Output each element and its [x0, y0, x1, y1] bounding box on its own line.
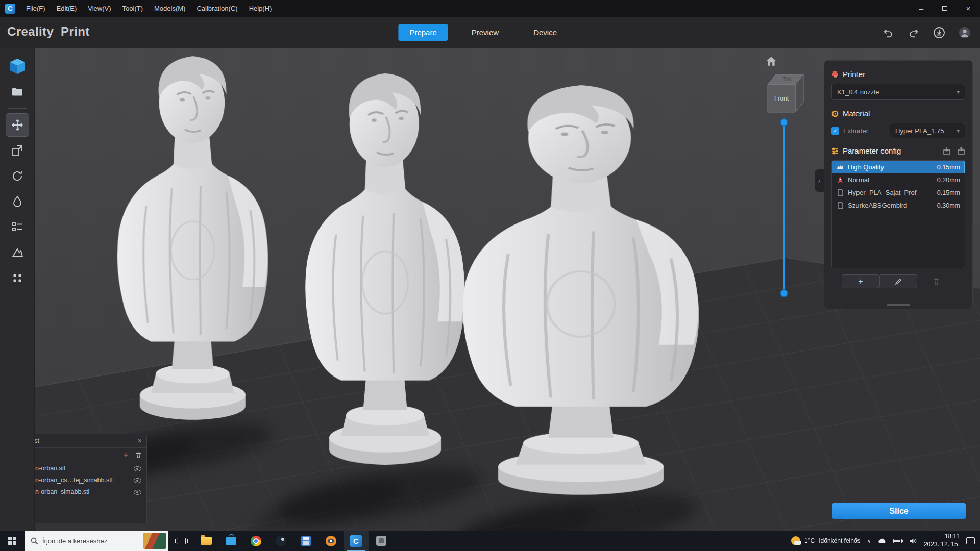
material-section-title: Material: [843, 109, 870, 118]
open-file-button[interactable]: [6, 80, 29, 104]
menu-calibration[interactable]: Calibration(C): [191, 0, 243, 17]
weather-icon: [791, 536, 800, 545]
extruder-checkbox[interactable]: ✓: [831, 127, 839, 135]
profile-row-high-quality[interactable]: High Quality 0.15mm: [832, 161, 965, 173]
profile-row-normal[interactable]: Normal 0.20mm: [832, 173, 965, 186]
app-logo-icon: C: [5, 4, 15, 14]
menu-view[interactable]: View(V): [82, 0, 116, 17]
apps-grid-tool[interactable]: [6, 266, 29, 290]
orientation-cube[interactable]: Top Front: [764, 71, 808, 117]
profile-row-custom-2[interactable]: SzurkeABSGembird 0.30mm: [832, 199, 965, 212]
menu-models[interactable]: Models(M): [149, 0, 191, 17]
menu-file[interactable]: File(F): [20, 0, 51, 17]
visibility-eye-icon[interactable]: [133, 477, 141, 484]
material-select[interactable]: Hyper PLA_1.75 ▾: [890, 123, 965, 138]
menu-tool[interactable]: Tool(T): [117, 0, 149, 17]
layout-tool[interactable]: [6, 215, 29, 239]
clock-date: 2023. 12. 15.: [924, 541, 960, 549]
onedrive-cloud-icon[interactable]: [877, 537, 887, 544]
tab-device[interactable]: Device: [522, 24, 568, 41]
account-avatar[interactable]: [958, 26, 972, 40]
battery-icon[interactable]: [893, 539, 902, 543]
menu-edit[interactable]: Edit(E): [51, 0, 83, 17]
toolbar-separator: [8, 108, 27, 109]
paint-tool[interactable]: [6, 190, 29, 213]
viewport-vertical-slider[interactable]: [783, 123, 785, 297]
creality-print-icon: C: [350, 535, 362, 547]
weather-temp: 1°C: [804, 537, 815, 544]
gray-app-icon: [376, 536, 386, 546]
tab-prepare[interactable]: Prepare: [398, 24, 448, 41]
plus-icon: +: [858, 277, 863, 286]
dark-app-icon: [276, 536, 286, 546]
floppy-icon: [301, 536, 311, 546]
edit-profile-button[interactable]: [879, 274, 917, 288]
visibility-eye-icon[interactable]: [133, 488, 141, 495]
chrome-icon: [251, 536, 261, 546]
tray-expand-chevron[interactable]: ∧: [867, 538, 871, 544]
export-profile-icon[interactable]: [957, 147, 965, 155]
clock-time: 18:11: [924, 533, 960, 541]
start-button[interactable]: [0, 531, 24, 551]
add-profile-button[interactable]: +: [842, 274, 879, 288]
chrome-button[interactable]: [243, 531, 268, 551]
tab-preview[interactable]: Preview: [460, 24, 510, 41]
taskbar-search[interactable]: Írjon ide a kereséshez: [24, 531, 168, 551]
extruder-label: Extruder: [843, 127, 868, 135]
titlebar: C File(F) Edit(E) View(V) Tool(T) Models…: [0, 0, 980, 17]
panel-collapse-toggle[interactable]: ›: [815, 169, 824, 192]
profile-name: SzurkeABSGembird: [848, 202, 907, 209]
undo-button[interactable]: [881, 26, 895, 40]
collapse-arrow-icon: ›: [818, 177, 821, 185]
visibility-eye-icon[interactable]: [133, 465, 141, 472]
slider-handle-bottom[interactable]: [780, 289, 788, 297]
blender-button[interactable]: [318, 531, 344, 551]
scale-tool[interactable]: [6, 139, 29, 162]
volume-icon[interactable]: [909, 537, 917, 545]
page-title: Creality_Print: [7, 24, 90, 39]
restore-icon: [942, 6, 947, 11]
check-icon: ✓: [833, 128, 837, 134]
dark-app-button[interactable]: [268, 531, 293, 551]
model-list-close-icon[interactable]: ×: [138, 437, 142, 445]
menu-help[interactable]: Help(H): [243, 0, 278, 17]
slider-handle-top[interactable]: [780, 118, 788, 127]
restore-button[interactable]: [933, 0, 957, 17]
taskview-button[interactable]: [168, 531, 193, 551]
gray-app-button[interactable]: [369, 531, 394, 551]
slice-button[interactable]: Slice: [832, 503, 966, 519]
printer-select-value: K1_0.4 nozzle: [837, 88, 879, 96]
delete-profile-button[interactable]: [917, 274, 955, 288]
profile-name: High Quality: [848, 163, 884, 171]
support-tool[interactable]: [6, 241, 29, 264]
taskbar-clock[interactable]: 18:11 2023. 12. 15.: [924, 533, 960, 548]
redo-button[interactable]: [906, 26, 921, 40]
profile-row-custom-1[interactable]: Hyper_PLA_Sajat_Prof 0.15mm: [832, 186, 965, 199]
material-icon: [831, 110, 839, 117]
import-profile-icon[interactable]: [943, 147, 951, 155]
creality-print-taskbar-button[interactable]: C: [344, 531, 369, 551]
delete-model-icon[interactable]: [135, 452, 142, 459]
microsoft-store-button[interactable]: [218, 531, 243, 551]
chevron-down-icon: ▾: [957, 89, 960, 95]
profile-file-icon: [837, 189, 844, 196]
settings-panel: Printer K1_0.4 nozzle ▾ Material ✓ Extru…: [824, 60, 973, 309]
weather-condition: Időnként felhős: [819, 537, 860, 544]
rotate-tool[interactable]: [6, 164, 29, 188]
taskview-icon: [177, 538, 186, 544]
panel-resize-grip[interactable]: [887, 304, 910, 306]
search-highlight-thumbnail[interactable]: [143, 533, 166, 549]
add-model-icon[interactable]: +: [124, 450, 128, 460]
printer-select[interactable]: K1_0.4 nozzle ▾: [831, 84, 965, 100]
close-button[interactable]: ×: [957, 0, 980, 17]
save-app-button[interactable]: [293, 531, 318, 551]
minimize-button[interactable]: –: [910, 0, 933, 17]
windows-logo-icon: [8, 537, 16, 545]
file-explorer-button[interactable]: [193, 531, 218, 551]
action-center-icon[interactable]: [966, 537, 975, 544]
download-button[interactable]: [932, 26, 946, 40]
workspace-cube-icon[interactable]: [6, 55, 29, 78]
weather-widget[interactable]: 1°C Időnként felhős: [791, 536, 861, 545]
view-home-button[interactable]: [766, 56, 777, 68]
move-tool[interactable]: [6, 113, 29, 137]
